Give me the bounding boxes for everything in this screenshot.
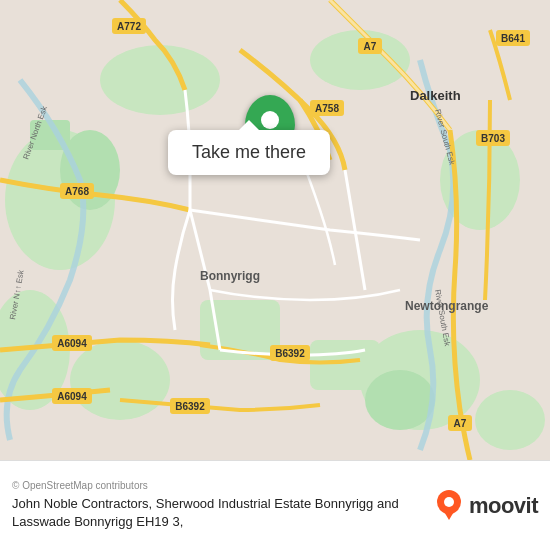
svg-text:A772: A772 <box>117 21 141 32</box>
svg-text:A7: A7 <box>454 418 467 429</box>
svg-text:A6094: A6094 <box>57 391 87 402</box>
svg-marker-45 <box>443 510 455 520</box>
svg-text:Dalkeith: Dalkeith <box>410 88 461 103</box>
svg-text:A768: A768 <box>65 186 89 197</box>
moovit-text: moovit <box>469 493 538 519</box>
info-bar: © OpenStreetMap contributors John Noble … <box>0 460 550 550</box>
svg-text:A6094: A6094 <box>57 338 87 349</box>
svg-point-6 <box>475 390 545 450</box>
copyright-text: © OpenStreetMap contributors <box>12 480 421 491</box>
svg-point-12 <box>365 370 435 430</box>
map-container: A772 A7 A768 A758 B703 A6094 A6094 B6392… <box>0 0 550 460</box>
svg-text:B641: B641 <box>501 33 525 44</box>
svg-point-9 <box>100 45 220 115</box>
svg-text:A7: A7 <box>364 41 377 52</box>
moovit-icon <box>433 490 465 522</box>
address-text: John Noble Contractors, Sherwood Industr… <box>12 495 421 531</box>
svg-point-3 <box>70 340 170 420</box>
moovit-logo: moovit <box>433 490 538 522</box>
svg-text:Newtongrange: Newtongrange <box>405 299 489 313</box>
svg-text:B6392: B6392 <box>175 401 205 412</box>
svg-text:A758: A758 <box>315 103 339 114</box>
svg-text:Bonnyrigg: Bonnyrigg <box>200 269 260 283</box>
info-text-block: © OpenStreetMap contributors John Noble … <box>12 480 421 531</box>
callout-bubble[interactable]: Take me there <box>168 130 330 175</box>
svg-rect-8 <box>310 340 380 390</box>
pin-inner-dot <box>261 111 279 129</box>
callout-text: Take me there <box>192 142 306 162</box>
svg-text:B703: B703 <box>481 133 505 144</box>
svg-text:B6392: B6392 <box>275 348 305 359</box>
svg-point-44 <box>444 497 454 507</box>
